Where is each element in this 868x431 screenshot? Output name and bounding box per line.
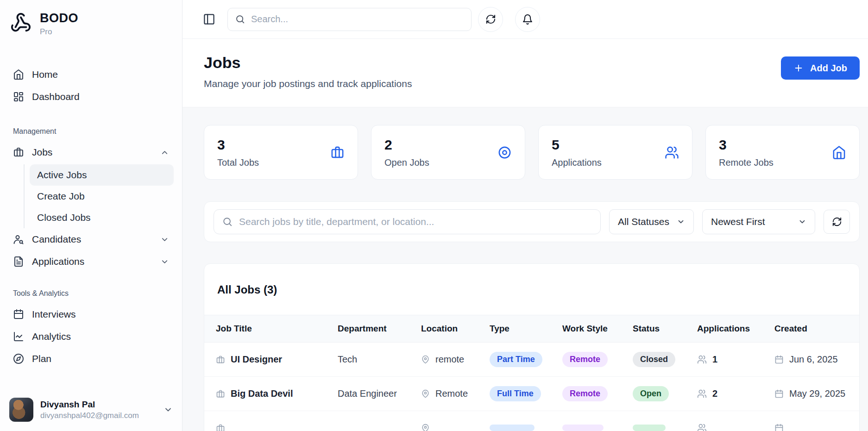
job-location: remote [435,354,464,365]
stat-value: 3 [719,137,774,153]
add-job-button[interactable]: Add Job [781,56,860,80]
column-header: Location [421,324,490,334]
chevron-up-icon [160,148,169,157]
search-icon [222,217,233,227]
sidebar-item-applications[interactable]: Applications [8,250,174,273]
sidebar-item-create-job[interactable]: Create Job [30,186,174,207]
page-subtitle: Manage your job postings and track appli… [204,78,412,89]
job-department: Tech [338,354,421,365]
status-filter-value: All Statuses [618,216,669,227]
job-title: Big Data Devil [231,388,293,399]
jobs-submenu: Active Jobs Create Job Closed Jobs [24,164,174,228]
notifications-button[interactable] [515,7,540,32]
sidebar: BODO Pro Home Dashboard Management [0,0,182,431]
avatar [9,398,33,422]
briefcase-icon [216,355,225,364]
brand: BODO Pro [0,11,182,37]
home-icon [13,69,24,80]
add-job-label: Add Job [810,63,847,74]
job-location: Remote [435,388,468,399]
status-badge: Closed [633,352,675,368]
refresh-jobs-button[interactable] [824,210,850,234]
sidebar-item-label: Candidates [32,234,81,245]
sidebar-item-home[interactable]: Home [8,63,174,86]
brand-logo-icon [10,12,31,33]
jobs-search [214,209,601,234]
sidebar-item-label: Applications [32,256,84,267]
sidebar-item-jobs[interactable]: Jobs [8,141,174,163]
job-department: Data Engineer [338,388,421,399]
sidebar-item-label: Analytics [32,331,71,342]
column-header: Job Title [216,324,338,334]
table-row[interactable]: UI Designer Tech remote Part Time Remote… [204,343,859,377]
sidebar-item-plan[interactable]: Plan [8,348,174,370]
table-header-row: Job TitleDepartmentLocationTypeWork Styl… [204,315,859,343]
job-applications: 1 [712,354,717,365]
column-header: Applications [697,324,774,334]
job-created: Jun 6, 2025 [789,354,838,365]
type-badge: Part Time [490,352,542,368]
eye-icon [497,145,512,160]
user-name: Divyansh Pal [40,400,139,410]
sidebar-item-analytics[interactable]: Analytics [8,325,174,348]
section-label-management: Management [13,127,169,136]
sidebar-item-interviews[interactable]: Interviews [8,303,174,325]
sort-filter-select[interactable]: Newest First [702,209,815,234]
compass-icon [13,353,24,364]
sort-filter-value: Newest First [711,216,765,227]
sidebar-item-label: Dashboard [32,91,80,102]
page-header: Jobs Manage your job postings and track … [182,39,868,107]
sidebar-toggle-button[interactable] [203,13,215,25]
user-email: divyanshpal402@gmail.com [40,411,139,420]
stat-value: 3 [217,137,259,153]
job-applications: 2 [712,388,717,399]
user-profile[interactable]: Divyansh Pal divyanshpal402@gmail.com [0,398,182,422]
section-label-tools: Tools & Analytics [13,289,169,298]
table-row[interactable] [204,411,859,431]
sidebar-item-label: Jobs [32,147,52,158]
global-search [227,8,472,31]
stat-label: Open Jobs [384,157,429,168]
table-body: UI Designer Tech remote Part Time Remote… [204,343,859,431]
sidebar-item-candidates[interactable]: Candidates [8,228,174,250]
refresh-icon [832,217,842,227]
map-pin-icon [421,355,430,364]
brand-plan: Pro [40,27,78,37]
chevron-down-icon [160,257,169,266]
stat-label: Remote Jobs [719,157,774,168]
column-header: Department [338,324,421,334]
map-pin-icon [421,389,430,398]
users-icon [697,355,707,364]
users-icon [697,389,707,399]
job-created: May 29, 2025 [789,388,845,399]
sidebar-nav: Home Dashboard Management Jobs Active [0,63,182,370]
status-filter-select[interactable]: All Statuses [609,209,694,234]
bell-icon [522,14,533,25]
table-row[interactable]: Big Data Devil Data Engineer Remote Full… [204,377,859,411]
page-title: Jobs [204,54,412,72]
chevron-down-icon [160,235,169,244]
jobs-search-input[interactable] [239,216,592,227]
work-style-badge: Remote [562,352,608,368]
sidebar-item-closed-jobs[interactable]: Closed Jobs [30,207,174,228]
jobs-table-card: All Jobs (3) Job TitleDepartmentLocation… [204,263,860,431]
refresh-button[interactable] [478,7,503,32]
stat-value: 5 [552,137,602,153]
filter-bar: All Statuses Newest First [204,201,860,242]
global-search-input[interactable] [251,14,464,25]
briefcase-icon [216,424,225,431]
plus-icon [793,63,804,73]
chart-line-icon [13,331,24,342]
topbar [182,0,868,39]
briefcase-icon [13,147,24,158]
table-title: All Jobs (3) [204,264,859,315]
calendar-icon [774,389,784,399]
users-icon [665,145,679,160]
work-style-badge [562,425,604,431]
sidebar-item-active-jobs[interactable]: Active Jobs [30,164,174,186]
column-header: Created [774,324,859,334]
column-header: Work Style [562,324,633,334]
sidebar-item-dashboard[interactable]: Dashboard [8,86,174,108]
work-style-badge: Remote [562,386,608,402]
sidebar-item-label: Home [32,69,58,80]
